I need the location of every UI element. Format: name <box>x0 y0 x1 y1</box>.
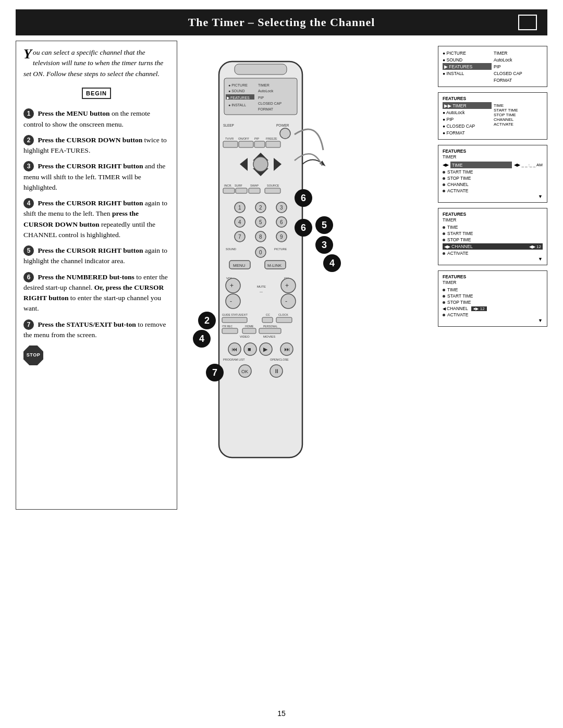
p4-stoptime: STOP TIME <box>443 237 543 243</box>
step-5: 5 Press the CURSOR RIGHT button again to… <box>23 245 169 267</box>
step-badge-6b: 6 <box>295 219 312 237</box>
svg-text:⏮: ⏮ <box>231 346 237 352</box>
svg-text:● INSTALL: ● INSTALL <box>228 103 246 107</box>
svg-point-71 <box>226 294 240 309</box>
panel5-features: FEATURES <box>443 274 543 279</box>
step-4-num: 4 <box>23 198 34 208</box>
svg-text:GUIDE STATUS/EXIT: GUIDE STATUS/EXIT <box>222 313 248 316</box>
svg-text:PIP: PIP <box>254 137 259 140</box>
panel2-header: FEATURES <box>443 96 492 101</box>
svg-text:HOME: HOME <box>245 325 254 328</box>
panel4-features: FEATURES <box>443 212 543 217</box>
step-badge-3: 3 <box>315 236 333 254</box>
step-1-num: 1 <box>23 108 34 119</box>
svg-text:MENU: MENU <box>233 263 246 268</box>
svg-text:⏭: ⏭ <box>284 346 290 352</box>
p2-timer: ▶▶ TIMER <box>443 102 492 109</box>
step-6: 6 Press the NUMBERED but-tons to enter t… <box>23 272 169 314</box>
svg-rect-80 <box>276 317 292 323</box>
begin-badge: BEGIN <box>82 88 111 100</box>
svg-text:SURF: SURF <box>235 184 243 187</box>
svg-rect-34 <box>236 188 247 193</box>
step-1-bold: Press the MENU button <box>38 109 109 117</box>
p5-channel-label: CHANNEL <box>447 306 468 311</box>
step-2: 2 Press the CURSOR DOWN button twice to … <box>23 135 169 156</box>
p3-starttime: START TIME <box>443 169 543 175</box>
p3-activate: ACTIVATE <box>443 188 543 194</box>
p5-channel-value: ●▶ 12 <box>471 306 487 311</box>
svg-text:OPEN/CLOSE: OPEN/CLOSE <box>270 358 289 361</box>
screen-panel-3: FEATURES TIMER ◀▶ TIME ◀▶ _ _ :_ _ AM ST… <box>438 145 547 203</box>
step-badge-2: 2 <box>198 312 216 329</box>
step-3-bold: Press the CURSOR RIGHT button <box>38 162 143 170</box>
svg-text:3: 3 <box>280 205 283 211</box>
p4-activate: ACTIVATE <box>443 250 543 256</box>
p3-time-arrow: ◀▶ <box>443 163 449 167</box>
intro-text: Y ou can select a specific channel that … <box>23 47 169 79</box>
page-number: 15 <box>277 709 286 718</box>
p2-time-label: TIME <box>494 103 543 108</box>
p5-channel-arrow: ◀ <box>443 306 446 311</box>
svg-text:TIMER: TIMER <box>258 83 270 87</box>
step-6-num: 6 <box>23 272 34 282</box>
svg-rect-23 <box>266 141 280 147</box>
p4-channel-arrow: ◀▶ <box>444 244 450 249</box>
step-7-bold: Press the STATUS/EXIT but-ton <box>38 320 136 328</box>
svg-rect-85 <box>242 328 256 334</box>
svg-text:INCR.: INCR. <box>224 184 232 187</box>
p3-time-val: TIME <box>450 162 512 168</box>
svg-rect-21 <box>239 141 253 147</box>
p2-activate: ACTIVATE <box>494 122 543 127</box>
svg-text:9: 9 <box>280 234 283 240</box>
panel3-features: FEATURES <box>443 149 543 154</box>
svg-text:6: 6 <box>280 219 283 225</box>
svg-text:PERSONAL: PERSONAL <box>263 325 277 328</box>
sub-format: FORMAT <box>494 77 543 83</box>
p2-format: ● FORMAT <box>443 129 492 136</box>
svg-text:AutoLock: AutoLock <box>258 89 274 93</box>
right-area: ● PICTURE ● SOUND ▶ FEATURES ● INSTALL T… <box>182 41 547 510</box>
svg-point-15 <box>280 128 290 139</box>
svg-rect-86 <box>259 328 281 334</box>
panel2-col-left: FEATURES ▶▶ TIMER ● AutoLock ● PIP ● CLO… <box>443 96 492 136</box>
svg-text:▶: ▶ <box>263 346 268 352</box>
stop-badge: STOP <box>23 346 43 365</box>
svg-text:CC: CC <box>266 313 270 316</box>
panel-col-left: ● PICTURE ● SOUND ▶ FEATURES ● INSTALL <box>443 50 492 83</box>
step-2-bold: Press the CURSOR DOWN button <box>38 136 142 144</box>
remote-area: ● PICTURE ● SOUND ▶ FEATURES ● INSTALL T… <box>182 56 360 504</box>
step-badge-6a: 6 <box>295 189 312 207</box>
p2-autolock: ● AutoLock <box>443 109 492 116</box>
step-4: 4 Press the CURSOR RIGHT button again to… <box>23 198 169 240</box>
panel3-timer: TIMER <box>443 154 543 159</box>
p3-down-arrow: ▼ <box>443 194 543 199</box>
p3-time-row: ◀▶ TIME ◀▶ _ _ :_ _ AM <box>443 161 543 169</box>
instruction-panel: Y ou can select a specific channel that … <box>16 41 177 510</box>
svg-text:● PICTURE: ● PICTURE <box>228 83 248 87</box>
step-6-bold: Press the NUMBERED but-tons <box>38 273 134 281</box>
svg-text:SLEEP: SLEEP <box>223 124 234 127</box>
p2-stoptime: STOP TIME <box>494 113 543 117</box>
svg-text:PROGRAM LIST: PROGRAM LIST <box>223 358 245 361</box>
svg-text:⏸: ⏸ <box>274 368 279 374</box>
step-1: 1 Press the MENU button on the remote co… <box>23 108 169 130</box>
svg-text:PICTURE: PICTURE <box>274 248 287 251</box>
svg-rect-22 <box>254 141 265 147</box>
header-box-decoration <box>518 15 537 30</box>
svg-text:PIP: PIP <box>258 96 264 100</box>
p2-channel: CHANNEL <box>494 117 543 122</box>
sub-pip: PIP <box>494 63 543 70</box>
svg-text:▶ FEATURES: ▶ FEATURES <box>227 96 250 100</box>
svg-rect-79 <box>262 317 273 323</box>
svg-text:-: - <box>230 298 232 305</box>
menu-picture: ● PICTURE <box>443 50 492 56</box>
sub-autolock: AutoLock <box>494 56 543 63</box>
step-7-num: 7 <box>23 319 34 330</box>
svg-text:CLOSED CAP: CLOSED CAP <box>258 102 282 105</box>
svg-rect-33 <box>223 188 235 193</box>
p5-starttime: START TIME <box>443 293 543 299</box>
screen-panels: ● PICTURE ● SOUND ▶ FEATURES ● INSTALL T… <box>438 46 547 327</box>
svg-text:—: — <box>260 290 263 293</box>
panel2-col-right: TIME START TIME STOP TIME CHANNEL ACTIVA… <box>494 96 543 136</box>
p5-stoptime: STOP TIME <box>443 299 543 305</box>
